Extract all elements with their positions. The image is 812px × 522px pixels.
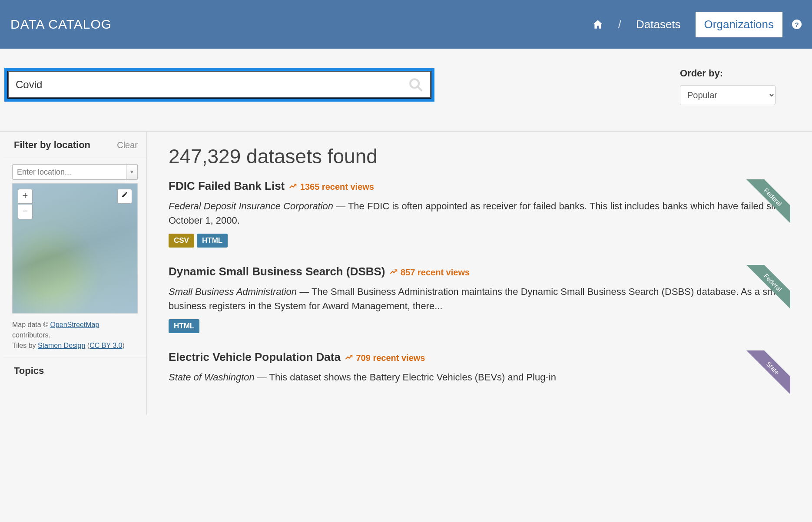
level-ribbon-label: Federal: [744, 179, 790, 226]
dataset-description: State of Washington — This dataset shows…: [169, 370, 790, 384]
dataset-item: Dynamic Small Business Search (DSBS) 857…: [169, 265, 790, 333]
dataset-title[interactable]: Electric Vehicle Population Data: [169, 350, 341, 363]
content-area: Filter by location Clear ▼ + − Map data …: [0, 131, 812, 415]
breadcrumb-separator: /: [618, 18, 621, 31]
recent-views: 1365 recent views: [289, 182, 374, 192]
svg-point-0: [410, 79, 419, 88]
top-header: DATA CATALOG / Datasets Organizations ?: [0, 0, 812, 49]
level-ribbon: Federal: [742, 179, 790, 227]
dataset-org: Federal Deposit Insurance Corporation: [169, 201, 333, 211]
nav-organizations[interactable]: Organizations: [696, 12, 782, 37]
format-badge-html[interactable]: HTML: [197, 234, 228, 248]
order-by-select[interactable]: Popular: [680, 85, 776, 105]
format-badges: HTML: [169, 319, 790, 333]
format-badge-csv[interactable]: CSV: [169, 234, 194, 248]
results-count: 247,329 datasets found: [169, 145, 790, 168]
search-wrap: [4, 68, 434, 102]
level-ribbon-label: State: [744, 350, 790, 397]
level-ribbon: Federal: [742, 265, 790, 313]
help-icon[interactable]: ?: [792, 20, 802, 29]
results-main: 247,329 datasets found FDIC Failed Bank …: [147, 132, 812, 415]
location-dropdown-toggle[interactable]: ▼: [126, 164, 138, 180]
map-attribution: Map data © OpenStreetMap contributors. T…: [3, 316, 146, 357]
filter-location-title: Filter by location: [14, 139, 90, 151]
zoom-in-button[interactable]: +: [18, 189, 33, 204]
order-by-wrap: Order by: Popular: [680, 68, 802, 105]
format-badge-html[interactable]: HTML: [169, 319, 199, 333]
recent-views: 857 recent views: [390, 268, 470, 277]
stamen-link[interactable]: Stamen Design: [38, 342, 85, 349]
recent-views: 709 recent views: [345, 353, 425, 363]
clear-location-button[interactable]: Clear: [117, 140, 138, 150]
search-bar-row: Order by: Popular: [0, 49, 812, 131]
dataset-item: FDIC Failed Bank List 1365 recent viewsF…: [169, 179, 790, 248]
pencil-icon: [121, 191, 128, 198]
level-ribbon: State: [742, 350, 790, 398]
search-inner: [8, 71, 431, 98]
search-icon[interactable]: [408, 77, 423, 92]
dataset-title[interactable]: FDIC Failed Bank List: [169, 179, 285, 192]
zoom-out-button[interactable]: −: [18, 205, 33, 219]
location-input[interactable]: [12, 164, 126, 180]
dataset-org: State of Washington: [169, 372, 255, 383]
osm-link[interactable]: OpenStreetMap: [50, 321, 99, 328]
order-by-label: Order by:: [680, 68, 776, 79]
svg-line-1: [418, 86, 422, 91]
dataset-item: Electric Vehicle Population Data 709 rec…: [169, 350, 790, 384]
home-icon[interactable]: [583, 13, 612, 36]
chart-line-icon: [390, 268, 398, 276]
nav-datasets[interactable]: Datasets: [627, 12, 689, 37]
cc-by-link[interactable]: CC BY 3.0: [89, 342, 122, 349]
draw-shape-button[interactable]: [117, 189, 132, 204]
search-input[interactable]: [16, 79, 408, 91]
format-badges: CSVHTML: [169, 234, 790, 248]
sidebar: Filter by location Clear ▼ + − Map data …: [0, 132, 147, 415]
dataset-description: Small Business Administration — The Smal…: [169, 284, 790, 313]
level-ribbon-label: Federal: [744, 265, 790, 311]
dataset-org: Small Business Administration: [169, 286, 297, 297]
dataset-title[interactable]: Dynamic Small Business Search (DSBS): [169, 265, 385, 278]
location-input-wrap: ▼: [12, 164, 138, 180]
filter-location-head: Filter by location Clear: [3, 132, 146, 158]
top-nav: / Datasets Organizations ?: [583, 12, 802, 37]
location-map[interactable]: + −: [12, 183, 138, 314]
site-title: DATA CATALOG: [10, 17, 112, 32]
chart-line-icon: [345, 354, 353, 362]
topics-title: Topics: [3, 357, 146, 384]
chart-line-icon: [289, 183, 297, 191]
dataset-description: Federal Deposit Insurance Corporation — …: [169, 199, 790, 228]
